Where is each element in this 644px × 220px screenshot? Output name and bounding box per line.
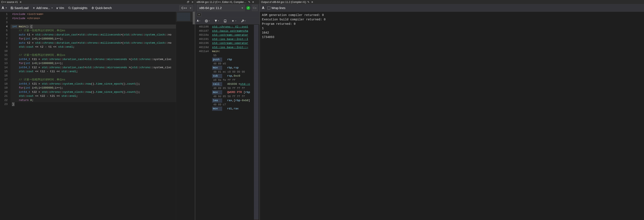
wrench-icon[interactable] bbox=[241, 19, 246, 22]
asm-toolbar: A ＋ bbox=[195, 18, 260, 24]
scrollbar[interactable] bbox=[193, 12, 195, 220]
pencil-icon[interactable]: ✎ bbox=[248, 1, 250, 3]
magnifier-icon bbox=[68, 6, 71, 9]
plus-icon: ＋ bbox=[32, 6, 35, 10]
svg-marker-4 bbox=[214, 20, 217, 22]
source-toolbar: A Save/Load ＋ Add new... v Vim CppInsigh… bbox=[0, 4, 195, 12]
svg-point-0 bbox=[68, 7, 70, 9]
vim-button[interactable]: v Vim bbox=[56, 6, 64, 10]
output-tab-bar: Output of x86-64 gcc 11.2 (Compiler #1) … bbox=[260, 0, 644, 4]
filter-icon[interactable] bbox=[214, 19, 219, 22]
source-tab-title[interactable]: C++ source #1 bbox=[1, 1, 18, 3]
close-icon[interactable]: ✕ bbox=[20, 1, 22, 3]
gear-icon[interactable] bbox=[205, 19, 210, 22]
checkbox-icon[interactable] bbox=[268, 6, 270, 9]
window-close-icon[interactable]: ✕ bbox=[192, 1, 194, 3]
wrap-lines-label: Wrap lines bbox=[272, 6, 286, 10]
source-tab-bar: C++ source #1 ✕ 🗗 ✕ bbox=[0, 0, 195, 4]
source-panel: C++ source #1 ✕ 🗗 ✕ A Save/Load ＋ Add ne… bbox=[0, 0, 195, 220]
svg-marker-2 bbox=[92, 7, 94, 9]
font-size-button[interactable]: A bbox=[262, 6, 264, 10]
cppinsights-button[interactable]: CppInsights bbox=[68, 6, 88, 10]
libraries-icon[interactable] bbox=[224, 19, 226, 22]
output-panel: Output of x86-64 gcc 11.2 (Compiler #1) … bbox=[260, 0, 644, 220]
asm-minimap[interactable] bbox=[253, 24, 260, 220]
asm-tab-bar: x86-64 gcc 11.2 (C++, Editor #1, Compile… bbox=[195, 0, 260, 4]
close-icon[interactable]: ✕ bbox=[311, 1, 313, 3]
floppy-disk-icon bbox=[10, 6, 14, 9]
add-new-button[interactable]: ＋ Add new... bbox=[32, 6, 52, 10]
svg-line-1 bbox=[70, 8, 70, 9]
vim-icon: v bbox=[56, 6, 58, 10]
save-load-button[interactable]: Save/Load bbox=[10, 6, 28, 10]
minimap-viewport[interactable] bbox=[176, 12, 193, 22]
asm-panel: x86-64 gcc 11.2 (C++, Editor #1, Compile… bbox=[195, 0, 260, 220]
add-tool-button[interactable]: ＋ bbox=[231, 19, 236, 23]
scrollbar-thumb[interactable] bbox=[193, 12, 195, 24]
output-body[interactable]: ASM generation compiler returned: 0 Exec… bbox=[260, 12, 644, 220]
asm-editor[interactable]: 40118640118740118a40119140119640119d4011… bbox=[195, 24, 260, 220]
asm-subtoolbar: ▾ bbox=[195, 12, 260, 18]
compiler-args-input[interactable]: Co bbox=[252, 5, 258, 11]
lightning-icon bbox=[91, 6, 94, 9]
source-code[interactable]: #include <iostream>#include <chrono>int … bbox=[10, 12, 176, 220]
asm-minimap-content bbox=[254, 25, 258, 220]
asm-compiler-bar: x86-64 gcc 11.2 ✔ Co bbox=[195, 4, 260, 12]
output-tab-title[interactable]: Output of x86-64 gcc 11.2 (Compiler #1) bbox=[261, 1, 306, 3]
window-restore-icon[interactable]: 🗗 bbox=[187, 1, 189, 3]
quickbench-button[interactable]: Quick-bench bbox=[91, 6, 112, 10]
svg-point-3 bbox=[206, 20, 207, 21]
font-size-button[interactable]: A bbox=[2, 6, 7, 10]
output-dropdown-button[interactable]: ▾ bbox=[197, 13, 201, 16]
pencil-icon[interactable]: ✎ bbox=[308, 1, 310, 3]
asm-code[interactable]: std::chrono::_V2::syststd::basic_ostream… bbox=[211, 24, 253, 220]
close-icon[interactable]: ✕ bbox=[252, 1, 254, 3]
source-editor[interactable]: 1234567891011121314151617181920212223 #i… bbox=[0, 12, 195, 220]
asm-tab-title[interactable]: x86-64 gcc 11.2 (C++, Editor #1, Compile… bbox=[196, 1, 247, 3]
status-ok-icon: ✔ bbox=[246, 6, 250, 10]
font-size-button[interactable]: A bbox=[197, 19, 200, 22]
minimap[interactable] bbox=[176, 12, 193, 220]
asm-gutter: 40118640118740118a40119140119640119d4011… bbox=[195, 24, 211, 220]
wrap-lines-toggle[interactable]: Wrap lines bbox=[268, 6, 286, 10]
window-controls: 🗗 ✕ bbox=[187, 1, 194, 3]
source-gutter: 1234567891011121314151617181920212223 bbox=[0, 12, 10, 220]
output-toolbar: A Wrap lines bbox=[260, 4, 644, 12]
compiler-select[interactable]: x86-64 gcc 11.2 bbox=[197, 5, 245, 11]
language-select[interactable]: C++ bbox=[179, 5, 193, 11]
